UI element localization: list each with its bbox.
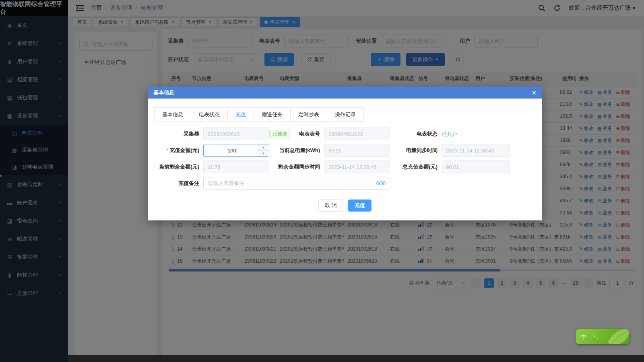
remark-placeholder: 请输入充值备注 [208,180,244,187]
energy-input: 89.92 [324,144,390,157]
energy-sync-input: 2023-11-14 12:38:43 [442,144,510,157]
ime-toolbar[interactable]: 中 °， [576,329,630,344]
balance-sync-input: 2023-11-14 12:38:46 [324,160,390,173]
total-recharge-label: 总充值金额(元) [390,163,442,171]
modal-tab-充值[interactable]: 充值 [227,107,254,122]
modal-form-row-4: 充值备注 请输入充值备注 0/50 [155,177,535,190]
meter-no-input: 230604031122 [324,128,390,140]
modal-header: 基本信息 ✕ [148,86,542,99]
connected-badge: 已连接 [269,130,290,138]
amount-stepper[interactable]: ▲ ▼ [258,144,269,156]
modal-form-row-3: 当前剩余金额(元) 11.78 剩余金额同步时间 2023-11-14 12:3… [155,160,535,173]
amount-label: 充值金额(元) [169,147,199,153]
basic-info-modal: 基本信息 ✕ 基本信息电表状态充值赠送任务定时抄表操作记录 采集器 202310… [148,86,542,220]
amount-input[interactable]: 100 ▲ ▼ [203,144,269,157]
modal-tab-赠送任务[interactable]: 赠送任务 [254,107,291,122]
modal-tab-电表状态[interactable]: 电表状态 [191,107,228,122]
remark-input[interactable]: 请输入充值备注 0/50 [203,177,390,190]
meter-status-label: 电表状态 [390,130,442,138]
modal-tabs: 基本信息电表状态充值赠送任务定时抄表操作记录 [154,107,536,122]
modal-form-row-1: 采集器 20231002613 已连接 电表表号 230604031122 电表… [155,128,535,140]
modal-tab-操作记录[interactable]: 操作记录 [327,107,364,122]
step-down-icon[interactable]: ▼ [258,151,269,157]
required-mark: * [166,147,168,153]
modal-footer: 取 消 充值 [148,200,542,212]
balance-input: 11.78 [203,160,269,173]
modal-tab-基本信息[interactable]: 基本信息 [154,107,191,122]
energy-label: 当前总电量(kWh) [279,147,320,154]
meter-status-value: 已开户 [442,131,457,137]
close-icon[interactable]: ✕ [531,90,537,96]
step-up-icon[interactable]: ▲ [258,144,269,151]
ime-mode-indicator[interactable]: 中 [580,333,586,341]
collector-input: 20231002613 [203,128,269,140]
remark-label: 充值备注 [155,180,203,187]
app-root: 智能物联网综合管理平台 首页 / 设备管理 / 电表管理 [0,0,644,362]
modal-title: 基本信息 [153,89,174,96]
collector-label: 采集器 [155,130,203,138]
text-caret [237,148,237,154]
amount-value: 100 [227,148,236,154]
leaf-icon [604,329,630,344]
meter-no-label: 电表表号 [299,130,320,138]
recharge-button[interactable]: 充值 [348,200,372,212]
remark-counter: 0/50 [376,181,386,186]
ime-punctuation-indicator[interactable]: °， [594,334,600,340]
balance-label: 当前剩余金额(元) [155,163,203,171]
cancel-button[interactable]: 取 消 [318,200,343,212]
energy-sync-label: 电量同步时间 [390,147,442,154]
total-recharge-input: 90.01 [442,160,510,173]
modal-form-row-2: *充值金额(元) 100 ▲ ▼ 当前总电量(kWh) 89.92 电量同步时间… [155,144,535,157]
modal-tab-定时抄表[interactable]: 定时抄表 [290,107,327,122]
balance-sync-label: 剩余金额同步时间 [278,163,320,171]
